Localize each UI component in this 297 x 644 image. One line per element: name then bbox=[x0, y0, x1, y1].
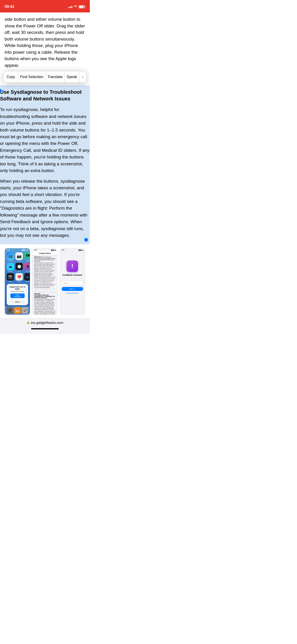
ss3-email-field[interactable]: Email bbox=[62, 281, 83, 286]
context-menu-translate[interactable]: Translate bbox=[46, 72, 65, 82]
screenshot-1[interactable]: 9:41 ▐▐▐ ▲ ▮ 📹 FaceTime 📷 Photos 🗺 bbox=[4, 248, 30, 315]
ss2-content: IMPORTANT: Before submitting any informa… bbox=[32, 256, 57, 315]
screenshot-2[interactable]: 9:41 ▐▐▐▲▮ Usage Notice IMPORTANT: Befor… bbox=[32, 248, 58, 315]
home-bar bbox=[31, 328, 59, 329]
address-url: ios.gadgethacks.com bbox=[31, 320, 63, 324]
feedback-assistant-app-name: Feedback Assistant bbox=[62, 274, 82, 276]
ss2-body-2: PLEASE READ THIS SOFTWARE LICENSE AND CO… bbox=[34, 299, 56, 314]
section-paragraph-2-container: When you release the buttons, sysdiagnos… bbox=[0, 178, 90, 241]
ss1-statusbar: 9:41 ▐▐▐ ▲ ▮ bbox=[5, 248, 30, 252]
ss2-divider-dots: ............. bbox=[34, 290, 56, 291]
ss2-important-label: IMPORTANT: Before submitting any informa… bbox=[34, 256, 56, 262]
ss3-sign-in-button[interactable]: Sign In... bbox=[62, 287, 83, 291]
context-menu-find-selection[interactable]: Find Selection bbox=[18, 72, 45, 82]
wifi-icon bbox=[74, 5, 77, 8]
context-menu: Copy Find Selection Translate Speak › bbox=[4, 72, 86, 82]
signal-icon bbox=[68, 5, 72, 8]
screenshots-row: 9:41 ▐▐▐ ▲ ▮ 📹 FaceTime 📷 Photos 🗺 bbox=[0, 244, 90, 318]
ss2-statusbar: 9:41 ▐▐▐▲▮ bbox=[32, 248, 57, 251]
section-paragraph-1: To run sysdiagnose, helpful for troubles… bbox=[0, 106, 90, 174]
status-bar: 09:41 bbox=[0, 0, 90, 12]
feedback-icon: ! bbox=[71, 262, 74, 270]
selected-text-section: Use Sysdiagnose to Troubleshoot Software… bbox=[0, 85, 90, 244]
top-content: side button and either volume button to … bbox=[0, 12, 90, 82]
context-menu-more[interactable]: › bbox=[79, 72, 86, 82]
feedback-assistant-app-icon: ! bbox=[66, 260, 78, 272]
ss2-nav: Usage Notice bbox=[32, 251, 57, 256]
chevron-right-icon: › bbox=[82, 75, 83, 80]
context-menu-speak[interactable]: Speak bbox=[65, 72, 79, 82]
screenshot-3[interactable]: 9:41 ▐▐▐▲▮ ! Feedback Assistant Email Si… bbox=[60, 248, 85, 315]
battery-icon bbox=[79, 5, 85, 8]
svg-text:📹: 📹 bbox=[8, 254, 13, 258]
ss3-statusbar: 9:41 ▐▐▐▲▮ bbox=[60, 248, 85, 251]
ss2-section-title: APPLE INC.SOFTWARE LICENSE AND CONFIDENT… bbox=[34, 293, 56, 298]
section-title: Use Sysdiagnose to Troubleshoot Software… bbox=[0, 89, 90, 102]
top-paragraph: side button and either volume button to … bbox=[4, 12, 85, 69]
context-menu-copy[interactable]: Copy bbox=[4, 72, 18, 82]
status-time: 09:41 bbox=[4, 4, 14, 9]
ss1-app-grid: 📹 FaceTime 📷 Photos 🗺 Maps ♫ Music bbox=[5, 252, 30, 283]
selection-handle-right bbox=[84, 238, 88, 242]
status-icons bbox=[68, 5, 85, 8]
section-paragraph-2: When you release the buttons, sysdiagnos… bbox=[0, 178, 90, 239]
ss2-body-1: Feedback Assistant is a software tool th… bbox=[34, 262, 56, 288]
address-bar[interactable]: 🔒 ios.gadgethacks.com bbox=[0, 318, 90, 326]
ss3-forgot-password[interactable]: Forgot password? bbox=[66, 292, 79, 294]
home-indicator-bar bbox=[0, 326, 90, 334]
lock-icon: 🔒 bbox=[26, 321, 30, 324]
ss1-diagnostics-alert: Diagnostics are in flight Perform the fo… bbox=[7, 284, 28, 305]
